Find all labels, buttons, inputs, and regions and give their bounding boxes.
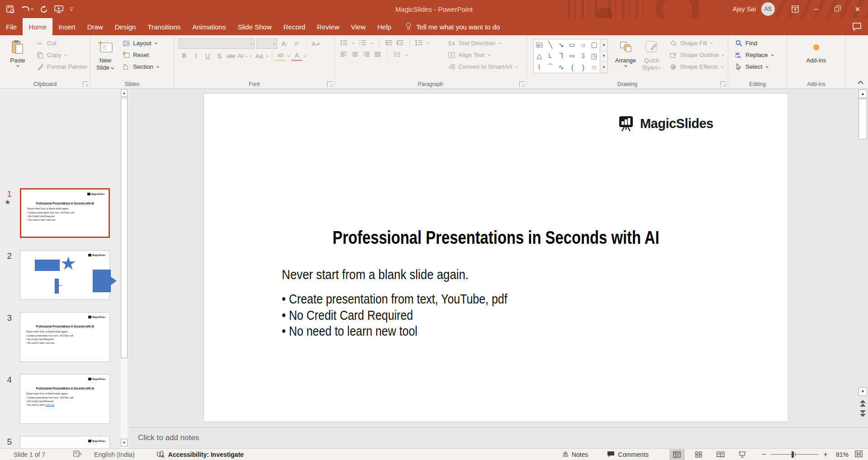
tab-insert[interactable]: Insert [52, 18, 81, 35]
underline-button[interactable]: U [202, 51, 213, 61]
align-right-button[interactable] [363, 51, 370, 59]
shape-rectangle-icon[interactable]: ▭ [569, 41, 575, 49]
undo-icon[interactable] [21, 6, 34, 13]
normal-view-button[interactable] [669, 449, 685, 460]
replace-button[interactable]: abacReplace [732, 49, 777, 61]
decrease-indent-button[interactable] [385, 39, 393, 47]
shapes-scroll-up-icon[interactable]: ▲ [600, 39, 607, 51]
reading-view-button[interactable] [713, 449, 728, 460]
slide-thumbnail-5[interactable]: MagicSlides [20, 436, 110, 448]
align-center-button[interactable] [351, 51, 359, 59]
minimize-button[interactable] [806, 0, 826, 18]
shape-fill-button[interactable]: Shape Fill [666, 38, 728, 49]
current-slide[interactable]: MagicSlides Professional Presentations i… [204, 93, 788, 422]
thumb-scroll-up-icon[interactable]: ▲ [121, 89, 128, 97]
shape-down-arrow-icon[interactable]: ⇩ [580, 52, 586, 60]
cut-button[interactable]: ✂Cut [33, 38, 90, 49]
tab-review[interactable]: Review [311, 18, 345, 35]
avatar[interactable]: AS [761, 2, 775, 16]
comments-toggle[interactable]: Comments [607, 451, 649, 458]
shape-curve-icon[interactable]: ∿ [559, 63, 564, 71]
drawing-dialog-launcher[interactable] [721, 81, 726, 87]
shapes-more-icon[interactable]: ▼ [600, 62, 607, 73]
tab-help[interactable]: Help [371, 18, 397, 35]
spellcheck-icon[interactable] [73, 450, 81, 459]
shape-line-icon[interactable]: ╲ [548, 41, 552, 49]
slide-thumbnail-3[interactable]: MagicSlides Professional Presentations i… [20, 312, 110, 362]
find-button[interactable]: Find [732, 38, 777, 49]
line-spacing-button[interactable] [415, 39, 423, 47]
shape-arrow-icon[interactable]: ↘ [559, 41, 564, 49]
start-slideshow-icon[interactable] [54, 5, 63, 13]
new-slide-button[interactable]: New Slide [92, 38, 119, 79]
shape-rounded-rect-icon[interactable]: ▢ [591, 41, 598, 49]
character-spacing-button[interactable]: AV↔ [237, 51, 248, 61]
tab-animations[interactable]: Animations [186, 18, 232, 35]
user-name[interactable]: Ajay Sai [733, 5, 756, 13]
shape-textbox-icon[interactable]: A [536, 41, 543, 49]
shape-corner-icon[interactable]: ◳ [591, 52, 598, 60]
numbering-button[interactable] [359, 39, 366, 47]
ribbon-display-options-icon[interactable] [785, 0, 806, 18]
section-button[interactable]: Section [119, 61, 162, 72]
comments-bubble-icon[interactable] [852, 23, 862, 33]
change-case-button[interactable]: Aa [254, 51, 265, 61]
tell-me-box[interactable]: Tell me what you want to do [405, 18, 500, 35]
font-name-combobox[interactable] [179, 38, 255, 49]
customize-qat-icon[interactable] [70, 8, 73, 10]
shape-right-brace-icon[interactable]: } [582, 63, 584, 71]
slide-bullet-list[interactable]: • Create presentation from text, YouTube… [282, 291, 544, 340]
thumbnail-scrollbar-thumb[interactable] [121, 98, 128, 358]
slide-subtitle[interactable]: Never start from a blank slide again. [282, 267, 499, 282]
format-painter-button[interactable]: Format Painter [33, 61, 90, 72]
shape-scribble-icon[interactable]: ⌇ [538, 63, 541, 71]
select-button[interactable]: Select [732, 61, 777, 72]
scroll-up-icon[interactable]: ▲ [859, 90, 867, 98]
strikethrough-button[interactable]: abc [226, 51, 237, 61]
zoom-slider[interactable] [771, 449, 819, 460]
fit-slide-to-window-button[interactable] [855, 451, 863, 459]
zoom-slider-thumb[interactable] [792, 451, 794, 458]
close-button[interactable]: × [847, 0, 868, 18]
zoom-level[interactable]: 81% [836, 451, 849, 458]
shape-elbow-arrow-icon[interactable]: Ꞁ [560, 52, 563, 60]
tab-record[interactable]: Record [277, 18, 311, 35]
shape-elbow-icon[interactable]: Ｌ [547, 52, 554, 60]
shape-right-arrow-icon[interactable]: ⇨ [569, 52, 575, 60]
text-direction-button[interactable]: AText Direction [445, 38, 521, 49]
slide-title[interactable]: Professional Presentations in Seconds wi… [204, 227, 788, 248]
italic-button[interactable]: I [190, 51, 201, 61]
notes-pane[interactable]: Click to add notes [129, 427, 868, 448]
shape-left-brace-icon[interactable]: { [571, 63, 574, 71]
shrink-font-button[interactable]: A˅ [292, 38, 303, 49]
slide-thumbnail-1[interactable]: MagicSlides Professional Presentations i… [20, 188, 110, 238]
zoom-in-button[interactable]: + [822, 450, 829, 459]
slide-thumbnail-4[interactable]: MagicSlides Professional Presentations i… [20, 374, 110, 424]
thumb-scroll-down-icon[interactable]: ▼ [121, 439, 128, 446]
redo-icon[interactable] [40, 5, 48, 13]
shape-arc-icon[interactable]: ⌒ [547, 63, 554, 71]
tab-slide-show[interactable]: Slide Show [232, 18, 277, 35]
addins-button[interactable]: Add-ins [803, 38, 830, 79]
paragraph-dialog-launcher[interactable] [519, 81, 525, 87]
tab-transitions[interactable]: Transitions [142, 18, 186, 35]
text-shadow-button[interactable]: S [214, 51, 225, 61]
columns-button[interactable] [394, 51, 401, 59]
accessibility-status[interactable]: Accessibility: Investigate [168, 451, 244, 458]
slide-thumbnail-2[interactable]: MagicSlides ★ [20, 250, 110, 300]
shapes-gallery-scroll[interactable]: ▲ ▼ ▼ [600, 39, 608, 73]
bullets-button[interactable] [340, 39, 348, 47]
tab-view[interactable]: View [345, 18, 371, 35]
copy-button[interactable]: Copy [33, 49, 90, 61]
notes-toggle[interactable]: Notes [562, 451, 588, 458]
main-scrollbar-thumb[interactable] [859, 99, 867, 139]
quick-styles-button[interactable]: Quick Styles [639, 38, 665, 79]
scroll-down-icon[interactable]: ▼ [859, 387, 867, 396]
justify-button[interactable] [374, 51, 381, 59]
tab-draw[interactable]: Draw [81, 18, 109, 35]
tab-file[interactable]: File [0, 18, 23, 35]
shape-star-icon[interactable]: ☆ [591, 63, 597, 71]
bold-button[interactable]: B [179, 51, 190, 61]
thumbnail-scrollbar[interactable]: ▲ ▼ [120, 89, 128, 448]
font-color-button[interactable]: A [291, 51, 302, 61]
